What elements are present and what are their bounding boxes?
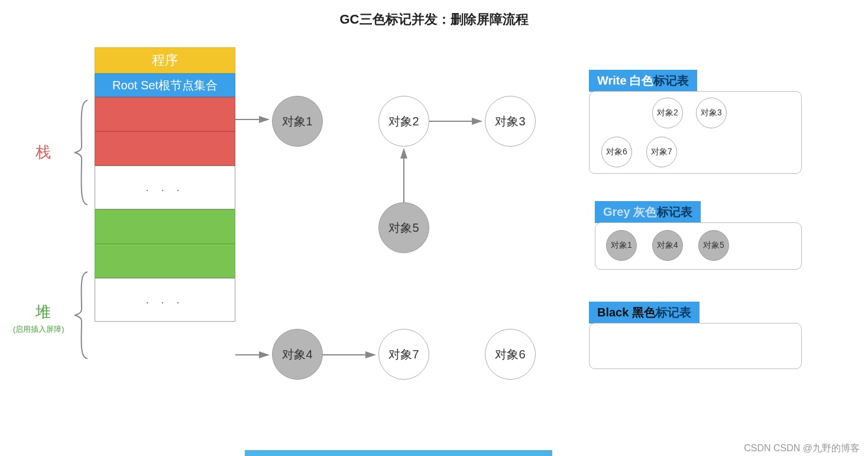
- heap-ellipsis-cell: . . .: [95, 278, 235, 322]
- object-3: 对象3: [485, 96, 536, 147]
- heap-cell-2: [95, 244, 235, 278]
- black-table-box: [589, 323, 802, 369]
- white-item-obj2: 对象2: [652, 98, 683, 128]
- object-2: 对象2: [378, 96, 429, 147]
- stack-ellipsis-cell: . . .: [95, 166, 235, 209]
- arrow-heap-to-obj4: [235, 351, 271, 358]
- white-item-obj6: 对象6: [601, 137, 632, 167]
- grey-item-obj4: 对象4: [652, 230, 683, 261]
- stack-cell-2: [95, 131, 235, 166]
- object-5: 对象5: [378, 202, 429, 253]
- grey-item-obj5: 对象5: [698, 230, 729, 261]
- white-table-box: 对象2 对象3 对象6 对象7: [589, 91, 802, 174]
- grey-title-prefix: Grey 灰色: [603, 205, 657, 218]
- heap-brace: [71, 271, 90, 360]
- heap-cell-1: [95, 209, 235, 244]
- black-title-suffix: 标记表: [656, 306, 691, 319]
- white-title-prefix: Write 白色: [597, 74, 653, 87]
- arrow-obj2-to-obj3: [429, 118, 484, 125]
- arrow-stack-to-obj1: [235, 116, 271, 123]
- stack-brace: [71, 99, 90, 206]
- stack-cell-1: [95, 97, 235, 131]
- grey-table-box: 对象1 对象4 对象5: [595, 222, 802, 270]
- white-title-suffix: 标记表: [653, 74, 689, 87]
- object-7: 对象7: [378, 329, 429, 380]
- program-cell: 程序: [95, 47, 235, 73]
- page-title: GC三色标记并发：删除屏障流程: [0, 11, 868, 28]
- object-4: 对象4: [272, 329, 323, 380]
- bottom-strip: [245, 450, 552, 456]
- black-title-prefix: Black 黑色: [597, 306, 656, 319]
- root-set-cell: Root Set根节点集合: [95, 73, 235, 97]
- white-item-obj7: 对象7: [646, 137, 677, 167]
- grey-table-title: Grey 灰色标记表: [595, 201, 701, 223]
- white-item-obj3: 对象3: [696, 98, 727, 128]
- arrow-obj4-to-obj7: [323, 351, 377, 358]
- grey-title-suffix: 标记表: [657, 205, 692, 218]
- grey-item-obj1: 对象1: [606, 230, 637, 261]
- heap-sub-label: (启用插入屏障): [13, 324, 64, 335]
- heap-label: 堆: [35, 302, 51, 322]
- white-table-title: Write 白色标记表: [589, 70, 697, 92]
- object-1: 对象1: [272, 96, 323, 147]
- arrow-obj5-to-obj2: [400, 147, 407, 202]
- object-6: 对象6: [485, 329, 536, 380]
- memory-column: 程序 Root Set根节点集合 . . . . . .: [95, 47, 235, 322]
- stack-label: 栈: [35, 142, 51, 163]
- watermark: CSDN CSDN @九野的博客: [744, 442, 860, 455]
- black-table-title: Black 黑色标记表: [589, 302, 699, 324]
